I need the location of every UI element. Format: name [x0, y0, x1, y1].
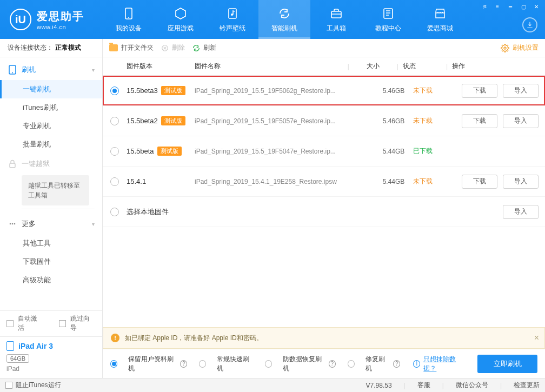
connection-mode: 正常模式 — [55, 43, 81, 52]
local-firmware-row[interactable]: 选择本地固件 导入 — [103, 197, 545, 227]
firmware-version: 15.5beta3 — [127, 87, 158, 95]
download-manager-button[interactable] — [522, 17, 537, 32]
maximize-button[interactable]: ▢ — [518, 2, 529, 11]
menu-icon[interactable]: ⚞ — [479, 2, 490, 11]
block-itunes[interactable]: 阻止iTunes运行 — [5, 381, 61, 390]
table-header: 固件版本 固件名称 | 大小 | 状态 | 操作 — [103, 57, 545, 76]
svg-point-1 — [128, 17, 129, 18]
logo-area: iU 爱思助手 www.i4.cn — [0, 0, 103, 39]
erase-only[interactable]: i 只想抹除数据？ — [412, 355, 466, 373]
firmware-rows: 15.5beta3测试版iPad_Spring_2019_15.5_19F506… — [103, 76, 545, 197]
opt-keep-data[interactable]: 保留用户资料刷机 ? — [110, 355, 187, 373]
firmware-radio[interactable] — [110, 117, 119, 125]
sidebar-item[interactable]: 一键刷机 — [0, 80, 102, 98]
auto-activate-checkbox[interactable] — [6, 320, 14, 327]
import-button[interactable]: 导入 — [503, 175, 539, 189]
open-folder-button[interactable]: 打开文件夹 — [109, 43, 154, 52]
opt-normal[interactable]: 常规快速刷机 — [199, 355, 252, 373]
device-icon — [6, 341, 14, 351]
erase-only-link[interactable]: 只想抹除数据？ — [423, 355, 466, 373]
wechat-link[interactable]: 微信公众号 — [456, 381, 488, 390]
logo-icon: iU — [10, 9, 31, 30]
nav-store[interactable]: 爱思商城 — [414, 0, 466, 39]
firmware-radio[interactable] — [110, 87, 119, 95]
device-icon — [122, 6, 136, 21]
download-button[interactable]: 下载 — [462, 175, 497, 189]
firmware-state: 未下载 — [413, 177, 452, 186]
customer-service-link[interactable]: 客服 — [417, 381, 430, 390]
refresh-button[interactable]: 刷新 — [192, 43, 216, 52]
firmware-filename: iPad_Spring_2019_15.5_19F5062g_Restore.i… — [195, 87, 374, 95]
left-panel: 设备连接状态： 正常模式 刷机 ▾ 一键刷机iTunes刷机专业刷机批量刷机 一… — [0, 39, 103, 378]
nav-device[interactable]: 我的设备 — [103, 0, 155, 39]
firmware-state: 未下载 — [413, 86, 452, 95]
firmware-radio[interactable] — [110, 147, 119, 156]
beta-tag: 测试版 — [161, 86, 185, 95]
minimize-button[interactable]: ━ — [505, 2, 516, 11]
import-local-button[interactable]: 导入 — [503, 205, 539, 219]
nav-apps[interactable]: 应用游戏 — [155, 0, 207, 39]
local-radio[interactable] — [110, 208, 119, 216]
close-button[interactable]: ✕ — [531, 2, 542, 11]
sidebar-head-flash-label: 刷机 — [22, 65, 36, 75]
tip-text: 如已绑定 Apple ID，请准备好 Apple ID和密码。 — [125, 334, 263, 343]
sidebar-item[interactable]: iTunes刷机 — [0, 98, 102, 117]
firmware-state: 已下载 — [413, 147, 452, 156]
nav-toolbox[interactable]: 工具箱 — [310, 0, 362, 39]
window-controls: ⚞ ≡ ━ ▢ ✕ — [479, 2, 542, 11]
toolbar: 打开文件夹 删除 刷新 刷机设置 — [103, 39, 545, 57]
device-info: iPad Air 3 64GB iPad — [0, 336, 102, 378]
apple-id-tip: ! 如已绑定 Apple ID，请准备好 Apple ID和密码。 × — [103, 327, 545, 349]
help-icon[interactable]: ? — [180, 360, 187, 368]
music-icon — [225, 6, 240, 21]
firmware-row[interactable]: 15.5beta2测试版iPad_Spring_2019_15.5_19F505… — [103, 106, 545, 136]
device-name[interactable]: iPad Air 3 — [6, 341, 96, 351]
nav-refresh[interactable]: 智能刷机 — [258, 0, 310, 39]
firmware-radio[interactable] — [110, 177, 119, 186]
firmware-size: 5.44GB — [374, 178, 413, 185]
firmware-size: 5.44GB — [374, 148, 413, 155]
flash-settings-button[interactable]: 刷机设置 — [501, 43, 539, 52]
folder-icon — [109, 44, 118, 51]
firmware-filename: iPad_Spring_2019_15.5_19F5047e_Restore.i… — [195, 148, 374, 155]
firmware-row[interactable]: 15.4.1iPad_Spring_2019_15.4.1_19E258_Res… — [103, 167, 545, 197]
opt-repair[interactable]: 修复刷机 ? — [348, 355, 400, 373]
block-itunes-checkbox[interactable] — [5, 382, 12, 389]
auto-activate-row: 自动激活 跳过向导 — [0, 310, 102, 336]
th-size: 大小 — [354, 62, 393, 71]
check-update-link[interactable]: 检查更新 — [514, 381, 540, 390]
import-button[interactable]: 导入 — [503, 114, 539, 128]
download-button[interactable]: 下载 — [462, 114, 497, 128]
list-icon[interactable]: ≡ — [492, 2, 503, 11]
nav-music[interactable]: 铃声壁纸 — [207, 0, 258, 39]
sidebar-item[interactable]: 其他工具 — [0, 234, 102, 253]
help-icon[interactable]: ? — [329, 360, 336, 368]
firmware-version: 15.5beta2 — [127, 117, 158, 125]
delete-button[interactable]: 删除 — [161, 43, 185, 52]
chevron-down-icon: ▾ — [92, 221, 95, 227]
sidebar-item[interactable]: 专业刷机 — [0, 117, 102, 135]
help-icon[interactable]: ? — [393, 360, 400, 368]
import-button[interactable]: 导入 — [503, 84, 539, 98]
opt-anti-recovery[interactable]: 防数据恢复刷机 ? — [265, 355, 336, 373]
app-name: 爱思助手 — [37, 9, 84, 24]
sidebar-item[interactable]: 高级功能 — [0, 271, 102, 289]
sidebar-head-flash[interactable]: 刷机 ▾ — [0, 59, 102, 80]
sidebar-item[interactable]: 下载固件 — [0, 253, 102, 271]
device-type: iPad — [6, 365, 96, 373]
sidebar-head-more[interactable]: 更多 ▾ — [0, 214, 102, 234]
skip-guide-checkbox[interactable] — [59, 320, 66, 327]
nav-book[interactable]: 教程中心 — [362, 0, 414, 39]
firmware-filename: iPad_Spring_2019_15.4.1_19E258_Restore.i… — [195, 178, 374, 185]
firmware-row[interactable]: 15.5beta3测试版iPad_Spring_2019_15.5_19F506… — [103, 76, 545, 106]
th-name: 固件名称 — [195, 62, 343, 71]
connection-label: 设备连接状态： — [8, 43, 53, 52]
svg-point-10 — [12, 223, 14, 225]
th-version: 固件版本 — [127, 62, 195, 71]
tip-close-button[interactable]: × — [534, 333, 539, 343]
sidebar-item[interactable]: 批量刷机 — [0, 135, 102, 154]
firmware-row[interactable]: 15.5beta测试版iPad_Spring_2019_15.5_19F5047… — [103, 136, 545, 167]
download-button[interactable]: 下载 — [462, 84, 497, 98]
main-area: 设备连接状态： 正常模式 刷机 ▾ 一键刷机iTunes刷机专业刷机批量刷机 一… — [0, 39, 545, 378]
start-flash-button[interactable]: 立即刷机 — [477, 355, 537, 373]
